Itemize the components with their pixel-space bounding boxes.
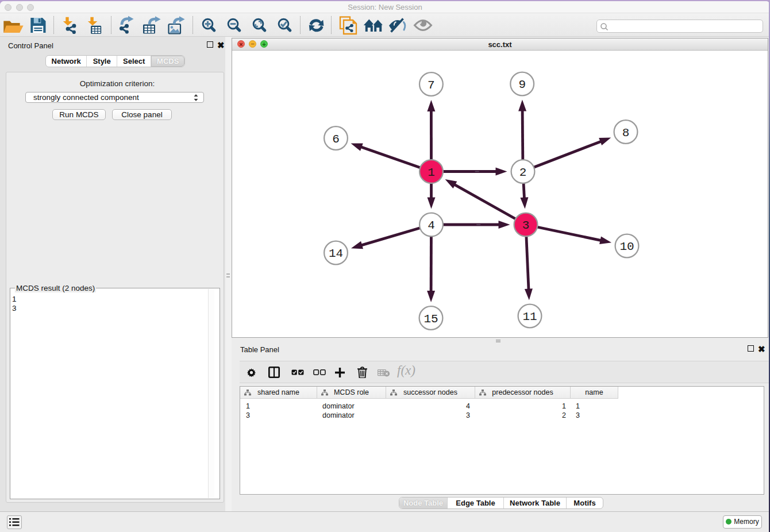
svg-text:2: 2: [519, 166, 527, 179]
svg-text:14: 14: [329, 247, 343, 260]
svg-text:6: 6: [332, 133, 340, 146]
svg-text:4: 4: [428, 219, 435, 232]
svg-text:1: 1: [428, 166, 435, 179]
svg-text:11: 11: [522, 310, 537, 323]
svg-text:8: 8: [622, 126, 630, 140]
svg-text:3: 3: [522, 219, 530, 232]
svg-text:10: 10: [619, 240, 634, 253]
svg-text:15: 15: [424, 313, 438, 326]
svg-text:9: 9: [518, 78, 526, 91]
svg-text:7: 7: [428, 79, 435, 92]
